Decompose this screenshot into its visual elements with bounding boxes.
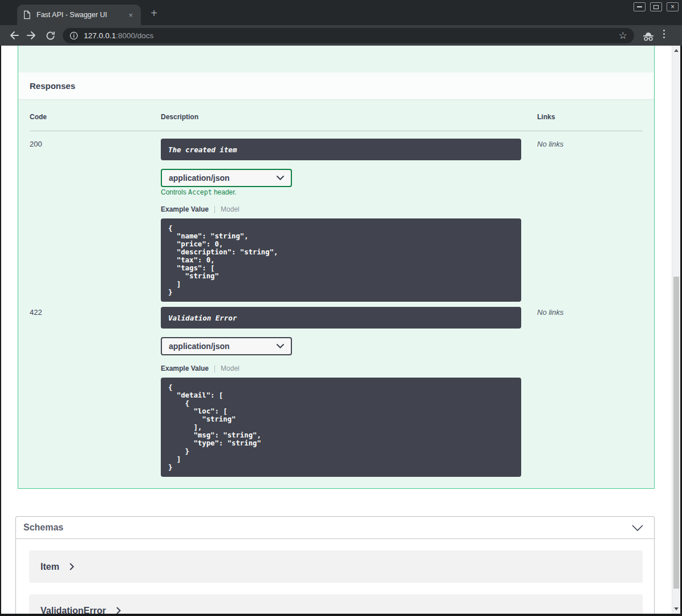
response-description-box: Validation Error bbox=[161, 307, 521, 329]
schemas-title: Schemas bbox=[23, 522, 63, 533]
incognito-badge bbox=[642, 29, 655, 43]
model-name: ValidationError bbox=[40, 606, 106, 614]
responses-table: Code Description Links 200 The created i… bbox=[18, 99, 654, 477]
col-header-description: Description bbox=[161, 113, 537, 121]
maximize-icon bbox=[653, 5, 659, 9]
tab-close-icon[interactable]: × bbox=[126, 10, 135, 20]
example-model-tabs: Example Value Model bbox=[161, 205, 537, 213]
scroll-down-arrow-icon[interactable] bbox=[674, 607, 679, 610]
model-item[interactable]: Item bbox=[29, 550, 643, 583]
kebab-dot bbox=[663, 33, 665, 35]
responses-table-header: Code Description Links bbox=[30, 113, 643, 131]
minimize-button[interactable] bbox=[634, 2, 646, 11]
reload-button[interactable] bbox=[43, 29, 57, 42]
tab-model[interactable]: Model bbox=[221, 205, 239, 213]
incognito-icon bbox=[642, 31, 655, 42]
response-description-cell: Validation Error application/json Exampl… bbox=[161, 307, 537, 477]
tab-example-value[interactable]: Example Value bbox=[161, 364, 209, 372]
url-bar[interactable]: 127.0.0.1:8000/docs ☆ bbox=[63, 28, 634, 43]
tab-title: Fast API - Swagger UI bbox=[36, 11, 126, 19]
schemas-section: Schemas Item ValidationError bbox=[15, 516, 655, 614]
media-type-value: application/json bbox=[169, 173, 230, 183]
col-header-code: Code bbox=[30, 113, 161, 121]
forward-button[interactable] bbox=[25, 29, 39, 42]
chevron-down-icon[interactable] bbox=[631, 524, 644, 532]
back-button[interactable] bbox=[7, 29, 21, 42]
col-header-links: Links bbox=[537, 113, 643, 121]
example-json-block: { "detail": [ { "loc": [ "string" ], "ms… bbox=[161, 378, 521, 477]
responses-section-header: Responses bbox=[18, 72, 654, 99]
schemas-header[interactable]: Schemas bbox=[16, 517, 654, 539]
forward-arrow-icon bbox=[26, 30, 38, 41]
kebab-dot bbox=[663, 30, 665, 31]
response-row-422: 422 Validation Error application/json Ex… bbox=[30, 307, 643, 477]
tab-example-value[interactable]: Example Value bbox=[161, 205, 209, 213]
window-titlebar: Fast API - Swagger UI × + × bbox=[0, 0, 682, 25]
maximize-button[interactable] bbox=[650, 2, 662, 11]
response-description-text: The created item bbox=[168, 145, 237, 154]
responses-opblock: Responses Code Description Links 200 The… bbox=[18, 46, 655, 489]
example-json-text: { "detail": [ { "loc": [ "string" ], "ms… bbox=[168, 383, 514, 471]
page-content: Responses Code Description Links 200 The… bbox=[1, 46, 680, 614]
reload-icon bbox=[45, 30, 56, 41]
responses-title: Responses bbox=[30, 81, 75, 91]
browser-tab[interactable]: Fast API - Swagger UI × bbox=[17, 5, 141, 25]
chevron-down-icon bbox=[277, 176, 284, 180]
response-description-text: Validation Error bbox=[168, 314, 237, 322]
scrollbar-thumb[interactable] bbox=[673, 277, 679, 589]
chevron-down-icon bbox=[277, 344, 284, 348]
response-code: 200 bbox=[30, 139, 161, 302]
response-code: 422 bbox=[30, 307, 161, 477]
chevron-right-icon[interactable] bbox=[70, 563, 74, 570]
response-links: No links bbox=[537, 139, 643, 302]
window-controls: × bbox=[634, 2, 679, 11]
response-links: No links bbox=[537, 307, 643, 477]
scroll-up-arrow-icon[interactable] bbox=[674, 49, 679, 52]
example-json-text: { "name": "string", "price": 0, "descrip… bbox=[168, 224, 514, 296]
bookmark-star-icon[interactable]: ☆ bbox=[619, 30, 627, 42]
tab-divider bbox=[214, 206, 215, 213]
controls-accept-note: Controls Accept header. bbox=[161, 188, 537, 196]
note-prefix: Controls bbox=[161, 188, 188, 196]
close-button[interactable]: × bbox=[667, 2, 679, 11]
model-name: Item bbox=[40, 562, 59, 572]
media-type-select[interactable]: application/json bbox=[161, 169, 292, 187]
browser-menu-button[interactable] bbox=[663, 30, 665, 38]
response-description-cell: The created item application/json Contro… bbox=[161, 139, 537, 302]
example-model-tabs: Example Value Model bbox=[161, 364, 537, 372]
new-tab-button[interactable]: + bbox=[147, 6, 161, 20]
chevron-right-icon[interactable] bbox=[116, 607, 121, 614]
example-json-block: { "name": "string", "price": 0, "descrip… bbox=[161, 218, 521, 302]
url-path: :8000/docs bbox=[116, 31, 153, 40]
url-host: 127.0.0.1 bbox=[84, 31, 116, 40]
back-arrow-icon bbox=[8, 30, 19, 41]
note-code: Accept bbox=[188, 188, 212, 196]
url-text: 127.0.0.1:8000/docs bbox=[84, 31, 153, 40]
response-row-200: 200 The created item application/json Co… bbox=[30, 139, 643, 302]
page-favicon-icon bbox=[23, 10, 31, 19]
media-type-value: application/json bbox=[169, 342, 230, 351]
schemas-body: Item ValidationError bbox=[16, 539, 654, 614]
tab-divider bbox=[214, 365, 215, 372]
note-suffix: header. bbox=[212, 188, 237, 196]
tab-model[interactable]: Model bbox=[221, 364, 239, 372]
model-validationerror[interactable]: ValidationError bbox=[29, 594, 643, 614]
kebab-dot bbox=[663, 37, 665, 38]
close-icon: × bbox=[671, 3, 675, 10]
response-description-box: The created item bbox=[161, 139, 521, 160]
media-type-select[interactable]: application/json bbox=[161, 337, 292, 355]
site-info-icon bbox=[70, 31, 78, 40]
vertical-scrollbar[interactable] bbox=[672, 46, 680, 614]
minimize-icon bbox=[637, 6, 642, 7]
